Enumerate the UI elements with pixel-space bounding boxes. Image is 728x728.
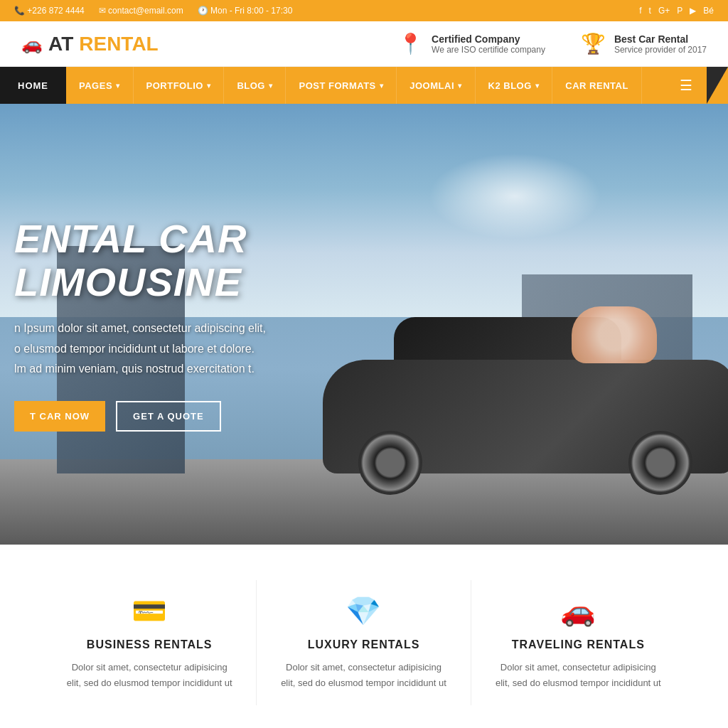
top-bar: 📞 +226 872 4444 ✉ contact@email.com 🕐 Mo… <box>0 0 728 21</box>
nav-item-pages[interactable]: PAGES ▾ <box>66 67 134 104</box>
chevron-down-icon: ▾ <box>458 82 462 90</box>
car-wheel-front <box>628 431 692 495</box>
nav-dark-corner <box>707 67 728 104</box>
traveling-rentals-title: TRAVELING RENTALS <box>493 638 664 651</box>
nav-item-blog[interactable]: BLOG ▾ <box>224 67 286 104</box>
location-icon: 📍 <box>398 32 423 55</box>
main-navigation: HOME PAGES ▾ PORTFOLIO ▾ BLOG ▾ POST FOR… <box>0 67 728 104</box>
hero-content: ENTAL CAR LIMOUSINE n Ipsum dolor sit am… <box>0 217 370 432</box>
car-flowers <box>572 306 657 363</box>
features-section: 💳 BUSINESS RENTALS Dolor sit amet, conse… <box>0 545 728 728</box>
chevron-down-icon: ▾ <box>269 82 273 90</box>
nav-item-car-rental[interactable]: CAR RENTAL <box>552 67 642 104</box>
get-quote-button[interactable]: GET A QUOTE <box>116 401 221 432</box>
hero-title: ENTAL CAR LIMOUSINE <box>14 217 370 304</box>
facebook-link[interactable]: f <box>639 6 641 16</box>
chevron-down-icon: ▾ <box>380 82 384 90</box>
hamburger-menu-button[interactable]: ☰ <box>665 67 707 104</box>
feature-card-business: 💳 BUSINESS RENTALS Dolor sit amet, conse… <box>43 580 257 705</box>
traveling-rentals-desc: Dolor sit amet, consectetur adipisicing … <box>493 660 664 691</box>
site-logo[interactable]: 🚗 AT RENTAL <box>21 33 159 55</box>
header-features: 📍 Certified Company We are ISO certifide… <box>398 32 707 55</box>
email-info: ✉ contact@email.com <box>99 6 183 16</box>
nav-item-home[interactable]: HOME <box>0 67 66 104</box>
chevron-down-icon: ▾ <box>116 82 120 90</box>
googleplus-link[interactable]: G+ <box>658 6 670 16</box>
nav-item-portfolio[interactable]: PORTFOLIO ▾ <box>134 67 225 104</box>
traveling-rentals-icon: 🚗 <box>493 594 664 628</box>
rent-car-button[interactable]: T CAR NOW <box>14 401 105 432</box>
site-header: 🚗 AT RENTAL 📍 Certified Company We are I… <box>0 21 728 67</box>
hero-clouds <box>373 125 657 267</box>
logo-icon: 🚗 <box>21 34 43 54</box>
nav-item-k2-blog[interactable]: K2 BLOG ▾ <box>476 67 553 104</box>
feature-card-luxury: 💎 LUXURY RENTALS Dolor sit amet, consect… <box>257 580 471 705</box>
certified-desc: We are ISO certifide company <box>432 45 545 55</box>
hero-subtitle: n Ipsum dolor sit amet, consectetur adip… <box>14 318 370 380</box>
best-rental-desc: Service provider of 2017 <box>614 45 707 55</box>
hours-info: 🕐 Mon - Fri 8:00 - 17:30 <box>198 6 293 16</box>
hero-subtitle-line3: lm ad minim veniam, quis nostrud exercit… <box>14 359 370 380</box>
logo-at-text: AT <box>48 33 73 55</box>
luxury-rentals-icon: 💎 <box>278 594 449 628</box>
hero-subtitle-line2: o elusmod tempor incididunt ut labore et… <box>14 339 370 360</box>
twitter-link[interactable]: t <box>649 6 651 16</box>
chevron-down-icon: ▾ <box>207 82 211 90</box>
feature-card-traveling: 🚗 TRAVELING RENTALS Dolor sit amet, cons… <box>471 580 685 705</box>
chevron-down-icon: ▾ <box>535 82 540 90</box>
best-rental-feature: 🏆 Best Car Rental Service provider of 20… <box>581 32 707 55</box>
business-rentals-desc: Dolor sit amet, consectetur adipisicing … <box>64 660 235 691</box>
business-rentals-icon: 💳 <box>64 594 235 628</box>
trophy-icon: 🏆 <box>581 32 606 55</box>
hero-section: ENTAL CAR LIMOUSINE n Ipsum dolor sit am… <box>0 104 728 545</box>
logo-rental-text: RENTAL <box>79 33 158 55</box>
car-wheel-back <box>358 431 422 495</box>
behance-link[interactable]: Bé <box>703 6 714 16</box>
luxury-rentals-desc: Dolor sit amet, consectetur adipisicing … <box>278 660 449 691</box>
email-icon: ✉ <box>99 6 106 16</box>
social-links[interactable]: f t G+ P ▶ Bé <box>639 6 714 16</box>
clock-icon: 🕐 <box>198 6 208 16</box>
hero-buttons: T CAR NOW GET A QUOTE <box>14 401 370 432</box>
certified-feature: 📍 Certified Company We are ISO certifide… <box>398 32 545 55</box>
youtube-link[interactable]: ▶ <box>690 6 696 16</box>
phone-icon: 📞 <box>14 6 25 16</box>
pinterest-link[interactable]: P <box>677 6 682 16</box>
certified-title: Certified Company <box>432 33 545 45</box>
luxury-rentals-title: LUXURY RENTALS <box>278 638 449 651</box>
nav-item-post-formats[interactable]: POST FORMATS ▾ <box>286 67 397 104</box>
phone-info: 📞 +226 872 4444 <box>14 6 85 16</box>
hero-subtitle-line1: n Ipsum dolor sit amet, consectetur adip… <box>14 318 370 339</box>
business-rentals-title: BUSINESS RENTALS <box>64 638 235 651</box>
nav-item-joomlai[interactable]: JOOMLAI ▾ <box>397 67 475 104</box>
best-rental-title: Best Car Rental <box>614 33 707 45</box>
top-bar-contact: 📞 +226 872 4444 ✉ contact@email.com 🕐 Mo… <box>14 6 292 16</box>
